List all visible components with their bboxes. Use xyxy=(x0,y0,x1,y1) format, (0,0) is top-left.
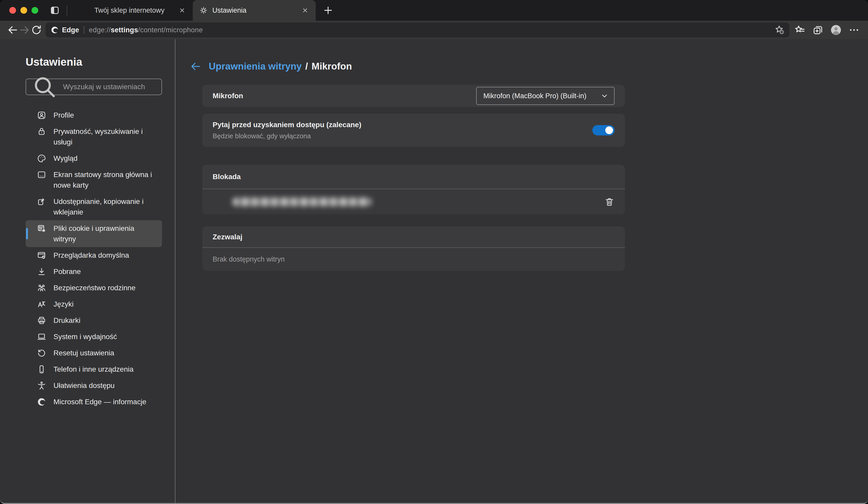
ask-subtitle: Będzie blokować, gdy wyłączona xyxy=(213,132,586,140)
close-tab-icon[interactable] xyxy=(301,7,309,14)
family-icon xyxy=(37,283,46,293)
forward-button[interactable] xyxy=(19,24,30,36)
cards: Mikrofon Mikrofon (MacBook Pro) (Built-i… xyxy=(202,85,625,271)
sidebar-item-label: System i wydajność xyxy=(53,331,158,342)
accessibility-icon xyxy=(37,381,46,390)
sidebar-item[interactable]: Resetuj ustawienia xyxy=(25,345,162,361)
allow-empty-row: Brak dostępnych witryn xyxy=(202,248,625,271)
site-permissions-icon xyxy=(37,224,46,233)
breadcrumb-separator: / xyxy=(305,61,308,72)
sidebar-item[interactable]: Wygląd xyxy=(25,150,162,167)
chevron-down-icon xyxy=(600,91,609,100)
share-icon xyxy=(37,197,46,206)
sidebar-item-label: Bezpieczeństwo rodzinne xyxy=(53,282,158,293)
sidebar-item[interactable]: Ekran startowy strona główna i nowe kart… xyxy=(25,167,162,193)
reset-icon xyxy=(37,349,46,358)
plus-icon xyxy=(322,4,334,16)
traffic-lights xyxy=(9,7,38,14)
ask-title: Pytaj przed uzyskaniem dostępu (zalecane… xyxy=(213,121,586,129)
tab-title: Ustawienia xyxy=(212,7,301,14)
toolbar: Edge edge://settings/content/microphone xyxy=(0,21,868,39)
breadcrumb-link[interactable]: Uprawnienia witryny xyxy=(209,61,302,72)
sidebar-item-label: Resetuj ustawienia xyxy=(53,347,158,358)
sidebar-item-label: Przeglądarka domyślna xyxy=(53,250,158,261)
ask-toggle[interactable] xyxy=(592,125,614,135)
tab-overview-button[interactable] xyxy=(50,5,60,16)
favorites-button[interactable] xyxy=(794,24,805,36)
sidebar-item[interactable]: System i wydajność xyxy=(25,329,162,345)
sidebar-item-label: Pobrane xyxy=(53,266,158,277)
back-button[interactable] xyxy=(7,24,19,36)
app-body: Ustawienia ProfilePrywatność, wyszukiwan… xyxy=(0,39,868,503)
download-icon xyxy=(37,267,46,276)
person-card-icon xyxy=(37,111,46,120)
sidebar-item-label: Wygląd xyxy=(53,153,158,164)
delete-site-button[interactable] xyxy=(604,197,614,207)
url-divider xyxy=(84,26,84,34)
sidebar-item[interactable]: Drukarki xyxy=(25,312,162,329)
back-arrow-icon[interactable] xyxy=(189,60,202,72)
sidebar-nav: ProfilePrywatność, wyszukiwanie i usługi… xyxy=(25,107,162,410)
edge-logo-icon xyxy=(37,397,46,406)
page-title: Ustawienia xyxy=(25,56,175,68)
sidebar-item[interactable]: Pliki cookie i uprawnienia witryny xyxy=(25,220,162,247)
sidebar-item[interactable]: Microsoft Edge — informacje xyxy=(25,394,162,410)
tab-settings[interactable]: Ustawienia xyxy=(193,0,316,21)
sidebar-panel-icon xyxy=(50,5,60,16)
reload-button[interactable] xyxy=(30,24,42,36)
sidebar-item-label: Profile xyxy=(53,110,158,120)
lock-icon xyxy=(37,127,46,136)
toggle-knob xyxy=(605,127,613,134)
tab-shop[interactable]: Twój sklep internetowy xyxy=(74,0,193,21)
close-tab-icon[interactable] xyxy=(178,7,186,14)
settings-search-box[interactable] xyxy=(25,79,162,95)
microphone-device-dropdown[interactable]: Mikrofon (MacBook Pro) (Built-in) xyxy=(476,87,614,105)
minimize-window-button[interactable] xyxy=(20,7,27,14)
profile-avatar[interactable] xyxy=(830,24,842,36)
toolbar-right xyxy=(794,24,860,36)
sidebar-item-label: Drukarki xyxy=(53,315,158,326)
close-window-button[interactable] xyxy=(9,7,16,14)
collections-button[interactable] xyxy=(812,24,824,36)
menu-button[interactable] xyxy=(848,24,860,36)
sidebar-item[interactable]: Telefon i inne urządzenia xyxy=(25,361,162,377)
block-section-card: Blokada xyxy=(202,165,625,214)
allow-empty-text: Brak dostępnych witryn xyxy=(213,255,285,263)
microphone-label: Mikrofon xyxy=(213,92,243,100)
allow-section-title: Zezwalaj xyxy=(202,226,625,248)
tab-title: Twój sklep internetowy xyxy=(81,7,178,14)
sidebar-item[interactable]: Prywatność, wyszukiwanie i usługi xyxy=(25,123,162,150)
browser-window: Twój sklep internetowy Ustawienia Edge e… xyxy=(0,0,868,504)
block-section-title: Blokada xyxy=(202,165,625,189)
breadcrumb-current: Mikrofon xyxy=(311,61,352,72)
sidebar-item[interactable]: Udostępnianie, kopiowanie i wklejanie xyxy=(25,193,162,220)
address-bar[interactable]: Edge edge://settings/content/microphone xyxy=(45,22,789,38)
edge-logo-icon xyxy=(51,26,59,34)
search-input[interactable] xyxy=(63,82,157,91)
blurred-site-url xyxy=(232,198,372,206)
sidebar-item-label: Ułatwienia dostępu xyxy=(53,380,158,391)
edge-label: Edge xyxy=(62,26,79,34)
sidebar-item[interactable]: Pobrane xyxy=(25,263,162,280)
sidebar-item[interactable]: Profile xyxy=(25,107,162,123)
default-browser-icon xyxy=(37,251,46,260)
palette-icon xyxy=(37,154,46,163)
add-favorite-button[interactable] xyxy=(774,24,785,36)
window-layout-icon xyxy=(37,170,46,179)
sidebar-item[interactable]: Języki xyxy=(25,296,162,312)
sidebar-item[interactable]: Bezpieczeństwo rodzinne xyxy=(25,280,162,296)
blocked-site-row xyxy=(202,189,625,214)
settings-content: Uprawnienia witryny / Mikrofon Mikrofon … xyxy=(175,39,868,503)
printer-icon xyxy=(37,316,46,325)
gear-favicon-icon xyxy=(199,6,208,14)
new-tab-button[interactable] xyxy=(322,4,334,16)
sidebar-item[interactable]: Ułatwienia dostępu xyxy=(25,377,162,394)
dropdown-value: Mikrofon (MacBook Pro) (Built-in) xyxy=(483,92,600,100)
sidebar-item[interactable]: Przeglądarka domyślna xyxy=(25,247,162,263)
zoom-window-button[interactable] xyxy=(32,7,38,14)
phone-icon xyxy=(37,365,46,374)
settings-sidebar: Ustawienia ProfilePrywatność, wyszukiwan… xyxy=(0,39,175,503)
laptop-icon xyxy=(37,332,46,341)
sidebar-item-label: Microsoft Edge — informacje xyxy=(53,396,158,407)
sidebar-item-label: Pliki cookie i uprawnienia witryny xyxy=(53,223,158,244)
